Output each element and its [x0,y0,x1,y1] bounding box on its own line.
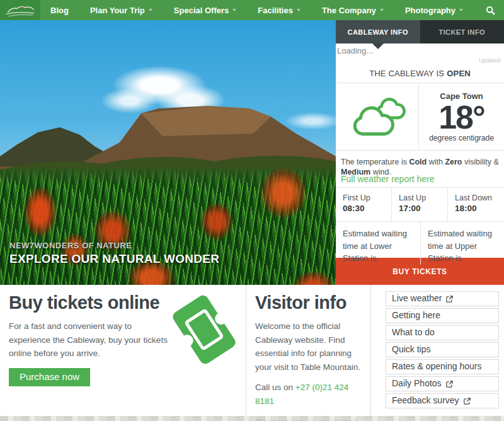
link-daily-photos[interactable]: Daily Photos [386,376,499,391]
link-label: Quick tips [392,344,430,354]
cloudy-weather-icon [348,94,406,139]
buy-tickets-online-section: Buy tickets online For a fast and conven… [0,285,246,416]
cableway-logo[interactable] [0,0,40,20]
time-value: 18:00 [455,204,504,213]
visitor-info-title: Visitor info [255,292,362,313]
tab-ticket-info[interactable]: TICKET INFO [420,20,504,43]
full-weather-report-link[interactable]: Full weather report here [336,172,504,188]
link-rates-opening-hours[interactable]: Rates & opening hours [386,359,499,374]
cond-temp: Cold [409,158,427,166]
active-tab-pointer [372,43,384,49]
nav-label: The Company [322,6,376,15]
nav-label: Special Offers [174,6,229,15]
last-down-cell: Last Down 18:00 [447,188,504,221]
visitor-info-section: Visitor info Welcome to the official Cab… [246,285,370,416]
call-us-line: Call us on +27 (0)21 424 8181 [255,381,362,408]
nav-item-photography[interactable]: Photography [405,6,463,15]
weather-widget: Cape Town 18° degrees centigrade [336,83,504,151]
link-label: Feedback survey [392,395,459,405]
nav-label: Plan Your Trip [90,6,145,15]
next-section-edge [0,416,504,421]
status-prefix: THE CABLEWAY IS [369,69,444,78]
nav-items: Blog Plan Your Trip Special Offers Facil… [40,6,495,15]
chevron-down-icon [149,9,152,11]
quick-links-section: Live weather Getting here What to do Qui… [370,285,504,416]
updated-label: Updated [336,57,504,64]
nav-item-facilities[interactable]: Facilities [258,6,301,15]
chevron-down-icon [459,9,463,11]
hero-image: NEW7WONDERS OF NATURE EXPLORE OUR NATURA… [0,20,336,285]
external-link-icon [446,296,453,303]
waiting-times: Estimated waiting time at Lower Station … [336,222,504,258]
link-label: Rates & opening hours [392,361,481,371]
cond-text: with [429,158,443,166]
bottom-section: Buy tickets online For a fast and conven… [0,285,504,416]
first-up-cell: First Up 08:30 [336,188,391,221]
link-live-weather[interactable]: Live weather [386,291,499,306]
nav-item-plan-your-trip[interactable]: Plan Your Trip [90,6,152,15]
link-quick-tips[interactable]: Quick tips [386,342,499,357]
buy-tickets-online-body: For a fast and convenient way to experie… [9,320,168,360]
page: Blog Plan Your Trip Special Offers Facil… [0,0,504,421]
search-icon[interactable] [486,6,495,15]
cableway-status: THE CABLEWAY IS OPEN [336,64,504,83]
time-label: Last Down [455,193,504,202]
link-feedback-survey[interactable]: Feedback survey [386,393,499,408]
conditions-sentence: The temperature is Cold with Zero visibi… [336,151,504,172]
visitor-info-body: Welcome to the official Cableway website… [255,320,362,374]
info-panel: CABLEWAY INFO TICKET INFO Loading... Upd… [336,20,504,285]
link-label: Live weather [392,293,442,303]
time-value: 17:00 [399,204,447,213]
mountain-logo-icon [4,2,37,18]
time-value: 08:30 [343,204,391,213]
chevron-down-icon [232,9,236,11]
last-up-cell: Last Up 17:00 [391,188,447,221]
link-label: What to do [392,327,435,337]
nav-label: Photography [405,6,455,15]
nav-item-blog[interactable]: Blog [50,6,69,15]
top-nav: Blog Plan Your Trip Special Offers Facil… [0,0,504,20]
ticket-icon [165,289,243,371]
external-link-icon [464,398,471,405]
nav-item-the-company[interactable]: The Company [322,6,384,15]
link-getting-here[interactable]: Getting here [386,308,499,323]
time-label: First Up [343,193,391,202]
chevron-down-icon [297,9,301,11]
lower-station-wait: Estimated waiting time at Lower Station … [336,222,420,265]
temperature-cell: Cape Town 18° degrees centigrade [419,83,504,150]
cond-text: The temperature is [341,158,407,166]
temperature-value: 18° [438,101,484,134]
purchase-now-button[interactable]: Purchase now [9,368,90,386]
chevron-down-icon [380,9,384,11]
upper-station-wait: Estimated waiting time at Upper Station … [420,222,504,265]
hero-kicker: NEW7WONDERS OF NATURE [9,241,219,250]
status-value: OPEN [447,69,471,78]
hero-title: EXPLORE OUR NATURAL WONDER [9,252,219,266]
time-label: Last Up [399,193,447,202]
nav-label: Facilities [258,6,293,15]
panel-tabs: CABLEWAY INFO TICKET INFO [336,20,504,43]
loading-text: Loading... [336,43,504,57]
link-label: Getting here [392,310,440,320]
hero-caption: NEW7WONDERS OF NATURE EXPLORE OUR NATURA… [9,241,219,266]
nav-label: Blog [50,6,69,15]
temperature-unit: degrees centigrade [429,134,494,142]
external-link-icon [446,381,453,388]
link-label: Daily Photos [392,378,442,388]
link-what-to-do[interactable]: What to do [386,325,499,340]
cond-visibility: Zero [445,158,462,166]
call-prefix: Call us on [255,383,293,392]
nav-item-special-offers[interactable]: Special Offers [174,6,236,15]
cond-text: visibility & [464,158,499,166]
tab-cableway-info[interactable]: CABLEWAY INFO [336,20,420,43]
cableway-times: First Up 08:30 Last Up 17:00 Last Down 1… [336,188,504,222]
weather-icon-cell [336,83,419,150]
